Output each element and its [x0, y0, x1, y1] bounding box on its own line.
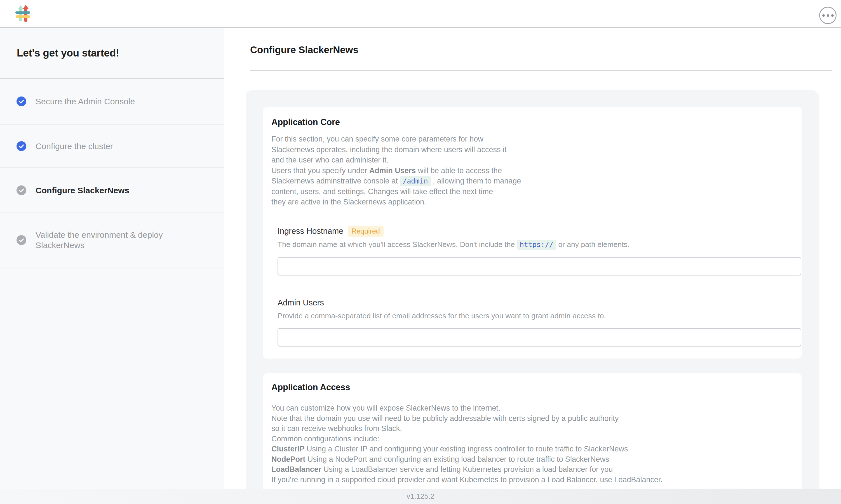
ingress-hostname-field: Ingress Hostname Required The domain nam…	[278, 226, 793, 275]
onboarding-wizard: { "sidebar": { "heading": "Let's get you…	[0, 0, 841, 504]
sidebar-item-configure-cluster[interactable]: Configure the cluster	[0, 124, 225, 168]
application-core-description: For this section, you can specify some c…	[271, 134, 793, 208]
top-bar	[0, 0, 841, 28]
step-label: Validate the environment & deploy Slacke…	[36, 230, 186, 250]
ingress-hostname-help: The domain name at which you'll access S…	[278, 239, 793, 250]
admin-users-help: Provide a comma-separated list of email …	[278, 311, 793, 321]
footer: v1.125.2	[0, 489, 841, 504]
sidebar-heading: Let's get you started!	[17, 47, 119, 59]
admin-users-input[interactable]	[278, 328, 801, 346]
sidebar-item-validate-deploy[interactable]: Validate the environment & deploy Slacke…	[0, 213, 225, 267]
version-label: v1.125.2	[407, 492, 434, 501]
step-pending-check-icon	[17, 235, 26, 245]
ellipsis-icon	[822, 14, 825, 17]
overflow-menu-button[interactable]	[819, 7, 837, 24]
page-title: Configure SlackerNews	[250, 44, 358, 55]
step-complete-check-icon	[17, 141, 26, 151]
application-core-title: Application Core	[271, 116, 793, 128]
step-pending-check-icon	[17, 185, 26, 195]
application-access-description: You can customize how you will expose Sl…	[271, 403, 793, 485]
ingress-hostname-input[interactable]	[278, 257, 801, 275]
step-complete-check-icon	[17, 96, 26, 106]
steps-sidebar: Let's get you started! Secure the Admin …	[0, 28, 225, 489]
https-code-chip: https://	[517, 240, 556, 250]
application-core-card: Application Core For this section, you c…	[263, 107, 802, 359]
application-access-card: Application Access You can customize how…	[263, 373, 802, 489]
step-label: Configure the cluster	[36, 141, 113, 151]
step-label: Configure SlackerNews	[36, 185, 129, 196]
ingress-hostname-label: Ingress Hostname	[278, 226, 343, 236]
slackernews-logo-icon	[15, 5, 31, 22]
sidebar-heading-block: Let's get you started!	[0, 28, 225, 79]
config-panel: Application Core For this section, you c…	[246, 90, 819, 489]
admin-users-field: Admin Users Provide a comma-separated li…	[278, 297, 793, 346]
title-divider	[250, 70, 832, 71]
admin-users-label: Admin Users	[278, 297, 324, 308]
admin-path-code-chip: /admin	[400, 176, 431, 186]
sidebar-item-configure-slackernews[interactable]: Configure SlackerNews	[0, 168, 225, 213]
sidebar-item-secure-admin-console[interactable]: Secure the Admin Console	[0, 79, 225, 124]
application-access-title: Application Access	[271, 382, 793, 393]
required-badge: Required	[348, 226, 383, 237]
step-label: Secure the Admin Console	[36, 96, 135, 107]
